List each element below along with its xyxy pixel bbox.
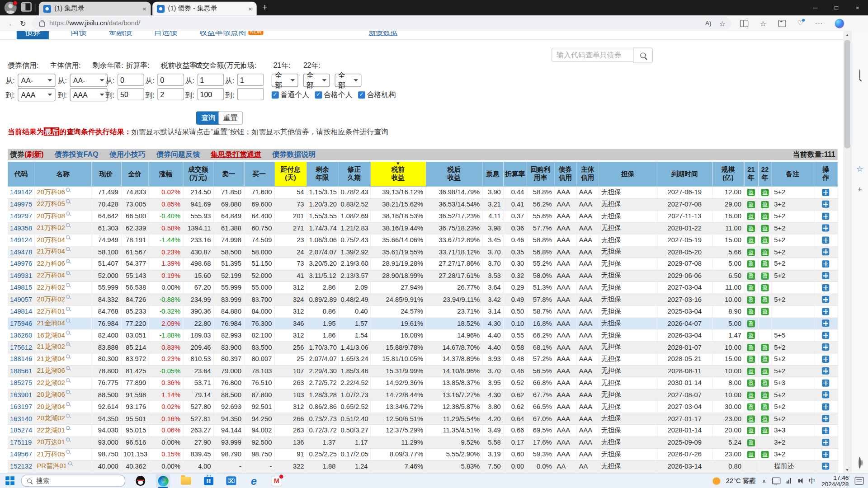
quote-search-icon[interactable]	[66, 223, 70, 227]
column-header-haircut[interactable]: 折算率	[503, 162, 526, 187]
bond-code-link[interactable]: 149358	[10, 224, 32, 232]
hidden-icons-chevron[interactable]: ∧	[762, 478, 766, 483]
column-header-post[interactable]: 税后收益	[426, 162, 482, 187]
weather-text[interactable]: 22°C 雾霾	[726, 476, 756, 486]
column-header-size[interactable]: 规模(亿)	[712, 162, 744, 187]
add-detail-button[interactable]	[822, 236, 829, 244]
action-center-icon[interactable]	[855, 477, 864, 485]
more-menu-icon[interactable]: ···	[815, 19, 823, 27]
address-bar[interactable]: https://www.jisilu.cn/data/bond/ A) ☆	[32, 17, 731, 29]
ime-indicator[interactable]: 中	[809, 476, 816, 486]
column-header-chg[interactable]: 涨幅	[149, 162, 183, 187]
quote-search-icon[interactable]	[68, 461, 72, 465]
scrollbar-thumb[interactable]	[844, 40, 850, 148]
bond-code-link[interactable]: 149057	[10, 296, 32, 303]
bond-row[interactable]: 14981422万科0184.76885.233-0.32%390.3684.8…	[8, 305, 837, 317]
bond-name-link[interactable]: 21万科05	[37, 450, 65, 458]
market-select[interactable]: 全部	[272, 74, 298, 87]
start-button[interactable]	[5, 476, 14, 485]
column-header-ask[interactable]: 卖一	[213, 162, 244, 187]
add-detail-button[interactable]	[822, 343, 829, 351]
bond-name-link[interactable]: 20万达01	[37, 438, 65, 446]
bond-code-link[interactable]: 163140	[10, 415, 32, 422]
column-header-full[interactable]: 全价	[121, 162, 148, 187]
bond-name-link[interactable]: 20龙湖06	[37, 391, 65, 399]
weather-icon[interactable]	[712, 477, 720, 484]
column-header-op[interactable]: 操作	[814, 162, 838, 187]
yield-from-input[interactable]	[197, 74, 224, 86]
bond-code-link[interactable]: 175119	[10, 439, 32, 446]
bond-name-link[interactable]: 22万科01	[37, 307, 65, 315]
quote-search-icon[interactable]	[66, 188, 70, 192]
sidebar-add-icon[interactable]: +	[858, 184, 862, 194]
bond-name-link[interactable]: 22万科05	[37, 200, 65, 208]
bond-row[interactable]: 18527422龙湖0194.03095.0150.06%263.2794.14…	[8, 425, 837, 436]
haircut-to-input[interactable]	[157, 88, 184, 100]
workspaces-icon[interactable]	[21, 2, 32, 12]
tips-link[interactable]: 使用小技巧	[109, 150, 146, 160]
maximize-button[interactable]: □	[826, 0, 847, 15]
haircut-from-input[interactable]	[157, 74, 184, 86]
quote-search-icon[interactable]	[66, 283, 70, 287]
quote-search-icon[interactable]	[66, 426, 70, 430]
bond-row[interactable]: 17561221龙湖0283.88885.2140.83%209.4683.90…	[8, 341, 837, 353]
add-detail-button[interactable]	[822, 427, 829, 434]
browser-essentials-icon[interactable]: ♡	[797, 19, 803, 27]
bond-row[interactable]: 18856121龙湖0678.80081.425-0.05%23.6479.00…	[8, 365, 837, 377]
add-detail-button[interactable]	[822, 260, 829, 267]
bond-name-link[interactable]: 21龙湖06	[37, 367, 65, 375]
add-detail-button[interactable]	[822, 308, 829, 315]
quote-search-icon[interactable]	[66, 378, 70, 382]
bond-code-link[interactable]: 149975	[10, 200, 32, 208]
yield-to-input[interactable]	[197, 88, 224, 100]
bond-code-link[interactable]: 149931	[10, 272, 32, 280]
bond-code-link[interactable]: 149814	[10, 308, 32, 315]
quote-search-icon[interactable]	[66, 366, 70, 371]
add-detail-button[interactable]	[822, 356, 829, 363]
bond-code-link[interactable]: 136260	[10, 331, 32, 339]
column-header-days[interactable]: 距付息(天)	[274, 162, 307, 187]
bond-name-link[interactable]: 21万科04	[37, 248, 65, 255]
bond-code-link[interactable]: 149124	[10, 236, 32, 244]
years-to-input[interactable]	[118, 88, 144, 100]
column-header-guar[interactable]: 担保	[599, 162, 657, 187]
bond-row[interactable]: 14929720万科0864.64266.500-0.40%555.9364.8…	[8, 210, 837, 222]
bond-row[interactable]: 17594621金地0476.98477.2202.09%22.8076.984…	[8, 317, 837, 329]
add-detail-button[interactable]	[822, 463, 829, 470]
taskbar-search[interactable]: 搜索	[21, 475, 126, 487]
bond-row[interactable]: 16390120龙湖0688.50091.5981.14%79.1488.500…	[8, 389, 837, 401]
bond-row[interactable]: 18527522龙湖0276.77577.8900.36%53.7176.800…	[8, 377, 837, 389]
taskbar-clock[interactable]: 17:462024/4/28	[821, 474, 849, 487]
bond-code-link[interactable]: 152132	[10, 462, 32, 470]
column-header-note[interactable]: 备注	[772, 162, 814, 187]
mail-app-icon[interactable]	[224, 474, 238, 487]
quote-search-icon[interactable]	[66, 402, 70, 406]
issuer-rating-to-select[interactable]: AAA	[70, 88, 107, 101]
bond-row[interactable]: 14912420万科0474.94978.191-1.44%233.1674.9…	[8, 234, 837, 246]
nav-link-financial[interactable]: 金融债	[108, 31, 132, 38]
bond-row[interactable]: 16319720龙湖0492.61493.1760.02%527.8092.69…	[8, 401, 837, 413]
favorite-star-icon[interactable]: ☆	[719, 19, 726, 27]
browser-tab-jisilu[interactable]: (1) 集思录 ×	[39, 2, 151, 16]
y21-select[interactable]: 全部	[303, 74, 330, 87]
column-header-years[interactable]: 剩余年限	[307, 162, 338, 187]
quote-search-icon[interactable]	[66, 390, 70, 394]
nav-link-treasury[interactable]: 国债	[71, 31, 86, 38]
add-detail-button[interactable]	[822, 272, 829, 279]
checkbox-qualified-individual[interactable]: 合格个人	[315, 90, 352, 100]
bond-search-input[interactable]	[552, 47, 633, 62]
profile-avatar[interactable]	[5, 2, 17, 14]
reset-button[interactable]: 重置	[218, 111, 243, 124]
bond-code-link[interactable]: 149142	[10, 188, 32, 196]
bond-name-link[interactable]: 21金地04	[37, 319, 65, 327]
bond-name-link[interactable]: 20龙湖02	[37, 414, 65, 422]
bond-code-link[interactable]: 149478	[10, 248, 32, 256]
checkbox-qualified-institution[interactable]: 合格机构	[358, 90, 396, 100]
bond-name-link[interactable]: 20万科08	[37, 212, 65, 220]
quote-search-icon[interactable]	[66, 331, 70, 335]
quote-search-icon[interactable]	[66, 354, 70, 358]
bond-code-link[interactable]: 149567	[10, 450, 32, 458]
bond-name-link[interactable]: 20万科04	[37, 236, 65, 244]
bond-row[interactable]: 14914220万科0671.49974.8330.02%214.5071.85…	[8, 187, 837, 198]
bond-code-link[interactable]: 163901	[10, 391, 32, 399]
